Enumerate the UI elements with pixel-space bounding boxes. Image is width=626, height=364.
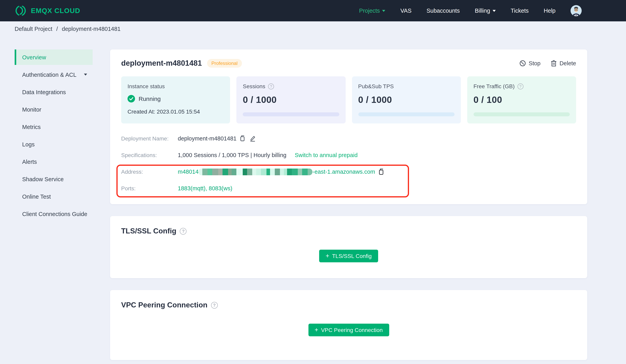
copy-icon[interactable] bbox=[240, 135, 246, 142]
emqx-logo[interactable]: EMQX CLOUD bbox=[15, 5, 80, 17]
vpc-peering-card: VPC Peering Connection ? + VPC Peering C… bbox=[110, 290, 587, 360]
edit-icon[interactable] bbox=[250, 135, 256, 142]
switch-annual-link[interactable]: Switch to annual prepaid bbox=[295, 152, 358, 158]
copy-icon[interactable] bbox=[379, 168, 385, 175]
nav-item-tickets[interactable]: Tickets bbox=[511, 7, 529, 14]
nav-item-projects[interactable]: Projects bbox=[359, 7, 386, 14]
logo-text: EMQX CLOUD bbox=[31, 6, 80, 15]
tps-value: 0 / 1000 bbox=[358, 95, 455, 105]
traffic-progress bbox=[473, 112, 570, 116]
address-prefix: m48014 bbox=[178, 169, 198, 175]
deployment-title: deployment-m4801481 bbox=[121, 59, 202, 68]
help-icon[interactable]: ? bbox=[517, 83, 523, 89]
caret-down-icon bbox=[493, 10, 496, 12]
breadcrumb-current: deployment-m4801481 bbox=[62, 26, 120, 32]
nav-menu: Projects VAS Subaccounts Billing Tickets… bbox=[359, 5, 582, 16]
stop-button[interactable]: Stop bbox=[519, 60, 541, 67]
delete-button[interactable]: Delete bbox=[551, 60, 576, 67]
address-suffix: -east-1.amazonaws.com bbox=[313, 169, 375, 175]
avatar-person-icon bbox=[571, 5, 582, 16]
sessions-value: 0 / 1000 bbox=[243, 95, 339, 105]
breadcrumb-project[interactable]: Default Project bbox=[15, 26, 52, 32]
nav-item-subaccounts[interactable]: Subaccounts bbox=[427, 7, 460, 14]
stat-card: Instance status Running Created At: 2023… bbox=[121, 76, 230, 123]
created-at: Created At: 2023.01.05 15:54 bbox=[127, 109, 224, 115]
sidebar-item-client-connections-guide[interactable]: Client Connections Guide bbox=[15, 206, 93, 221]
nav-item-help[interactable]: Help bbox=[544, 7, 555, 14]
sidebar-item-monitor[interactable]: Monitor bbox=[15, 102, 93, 117]
caret-down-icon bbox=[382, 10, 386, 12]
tls-ssl-card: TLS/SSL Config ? + TLS/SSL Config bbox=[110, 216, 587, 278]
check-circle-icon bbox=[127, 95, 135, 103]
stats-row: Instance status Running Created At: 2023… bbox=[121, 76, 576, 123]
sidebar-item-metrics[interactable]: Metrics bbox=[15, 119, 93, 135]
chevron-down-icon bbox=[84, 73, 87, 75]
top-navbar: EMQX CLOUD Projects VAS Subaccounts Bill… bbox=[0, 0, 626, 21]
stat-card: Pub&Sub TPS 0 / 1000 bbox=[352, 76, 461, 123]
plan-badge: Professional bbox=[207, 59, 242, 68]
stat-card: Free Traffic (GB)? 0 / 100 bbox=[467, 76, 576, 123]
stop-icon bbox=[519, 60, 526, 67]
sidebar-item-shadow-service[interactable]: Shadow Service bbox=[15, 171, 93, 187]
emqx-logo-icon bbox=[15, 5, 27, 17]
sidebar-item-overview[interactable]: Overview bbox=[15, 49, 93, 65]
plus-icon: + bbox=[326, 253, 329, 259]
help-icon[interactable]: ? bbox=[211, 302, 218, 308]
sidebar-item-data-integrations[interactable]: Data Integrations bbox=[15, 84, 93, 100]
vpc-title: VPC Peering Connection bbox=[121, 301, 207, 309]
deployment-name-value: deployment-m4801481 bbox=[178, 135, 236, 142]
tps-progress bbox=[358, 112, 455, 116]
plus-icon: + bbox=[314, 327, 318, 333]
deployment-name-label: Deployment Name: bbox=[121, 135, 178, 142]
stat-card: Sessions? 0 / 1000 bbox=[236, 76, 346, 123]
ports-value: 1883(mqtt), 8083(ws) bbox=[178, 185, 233, 191]
sessions-progress bbox=[243, 112, 339, 116]
app: EMQX CLOUD Projects VAS Subaccounts Bill… bbox=[0, 0, 626, 364]
address-label: Address: bbox=[121, 169, 178, 175]
ports-label: Ports: bbox=[121, 185, 178, 191]
specifications-value: 1,000 Sessions / 1,000 TPS | Hourly bill… bbox=[178, 152, 286, 158]
help-icon[interactable]: ? bbox=[268, 83, 274, 89]
trash-icon bbox=[551, 60, 557, 67]
deployment-details: Deployment Name: deployment-m4801481 bbox=[121, 135, 576, 192]
add-vpc-peering-button[interactable]: + VPC Peering Connection bbox=[308, 324, 389, 336]
specifications-label: Specifications: bbox=[121, 152, 178, 158]
nav-item-vas[interactable]: VAS bbox=[400, 7, 412, 14]
tls-title: TLS/SSL Config bbox=[121, 227, 176, 235]
sidebar-item-logs[interactable]: Logs bbox=[15, 137, 93, 152]
deployment-overview-card: deployment-m4801481 Professional Stop bbox=[110, 49, 587, 204]
sidebar-item-online-test[interactable]: Online Test bbox=[15, 189, 93, 204]
add-tls-config-button[interactable]: + TLS/SSL Config bbox=[319, 250, 378, 262]
sidebar: Overview Authentication & ACL Data Integ… bbox=[15, 49, 93, 360]
breadcrumb-separator: / bbox=[56, 26, 58, 32]
sidebar-item-alerts[interactable]: Alerts bbox=[15, 154, 93, 169]
sidebar-item-authentication-acl[interactable]: Authentication & ACL bbox=[15, 67, 93, 82]
breadcrumb: Default Project / deployment-m4801481 bbox=[0, 21, 626, 36]
help-icon[interactable]: ? bbox=[180, 228, 187, 234]
address-redaction bbox=[198, 168, 313, 175]
user-avatar[interactable] bbox=[571, 5, 582, 16]
traffic-value: 0 / 100 bbox=[473, 95, 570, 105]
nav-item-billing[interactable]: Billing bbox=[475, 7, 496, 14]
instance-status-text: Running bbox=[139, 95, 161, 102]
